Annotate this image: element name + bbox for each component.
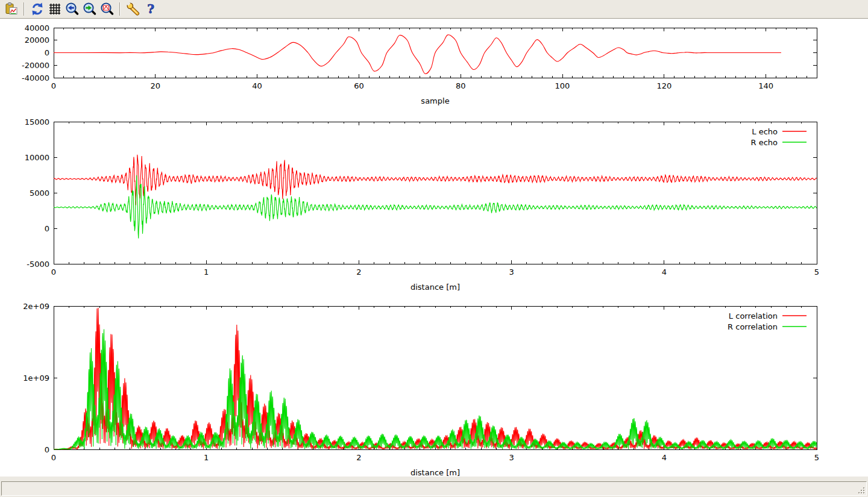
zoom-autoscale-icon <box>100 2 115 16</box>
resize-grip-icon[interactable] <box>858 487 866 495</box>
gnuplot-canvas[interactable]: 020406080100120140-40000-200000200004000… <box>0 19 868 477</box>
x-tick-label: 0 <box>51 267 56 277</box>
zoom-previous-icon <box>65 2 80 16</box>
toggle-grid-button[interactable] <box>46 1 63 17</box>
status-bar <box>0 477 868 497</box>
series-group <box>54 155 817 239</box>
y-tick-label: 0 <box>45 445 49 454</box>
x-tick-label: 60 <box>354 81 364 90</box>
plot-area: 020406080100120140-40000-200000200004000… <box>0 19 868 477</box>
y-tick-label: -40000 <box>22 73 49 83</box>
ticks <box>54 306 817 449</box>
x-tick-label: 140 <box>758 81 773 90</box>
y-tick-label: 5000 <box>30 189 49 198</box>
next-zoom-button[interactable] <box>81 1 98 17</box>
x-tick-label: 4 <box>662 267 667 277</box>
axis-xlabel: distance [m] <box>410 468 460 477</box>
x-tick-label: 0 <box>51 81 56 90</box>
ticks <box>54 122 817 264</box>
configure-button[interactable] <box>125 1 141 17</box>
series-path-r-correlation <box>54 330 817 450</box>
grid-icon <box>48 2 62 16</box>
legend-label: L correlation <box>729 311 778 320</box>
plot-frame <box>54 306 817 449</box>
autoscale-button[interactable] <box>99 1 115 17</box>
legend: L echoR echo <box>750 127 807 147</box>
legend-label: R correlation <box>728 322 778 331</box>
plot-3: 01234501e+092e+09distance [m]L correlati… <box>23 302 819 478</box>
y-tick-label: 0 <box>45 48 49 57</box>
svg-text:?: ? <box>147 2 154 16</box>
zoom-next-icon <box>83 2 97 16</box>
legend-label: L echo <box>752 127 778 136</box>
x-tick-label: 40 <box>252 81 262 90</box>
series-path-l-correlation <box>54 308 817 449</box>
legend: L correlationR correlation <box>728 311 807 331</box>
x-tick-label: 80 <box>456 81 466 90</box>
series-group <box>54 308 817 449</box>
x-tick-label: 0 <box>51 453 56 462</box>
x-tick-label: 1 <box>204 453 209 462</box>
y-tick-label: 20000 <box>25 36 49 45</box>
plot-frame <box>54 122 817 264</box>
series-path-r-echo <box>54 175 817 239</box>
x-tick-label: 2 <box>356 267 361 277</box>
refresh-icon <box>30 2 45 16</box>
y-tick-label: 10000 <box>25 153 49 162</box>
x-tick-label: 1 <box>204 267 209 277</box>
legend-label: R echo <box>750 138 778 147</box>
toolbar: ? <box>0 0 868 19</box>
y-tick-label: 1e+09 <box>23 374 49 383</box>
x-tick-label: 100 <box>555 81 570 90</box>
plot-2: 012345-5000050001000015000distance [m]L … <box>25 117 820 292</box>
y-tick-label: 15000 <box>25 117 49 127</box>
x-tick-label: 5 <box>814 267 819 277</box>
x-tick-label: 2 <box>356 453 361 462</box>
toolbar-separator <box>24 2 25 16</box>
series-group <box>54 35 781 74</box>
axis-xlabel: sample <box>421 96 449 105</box>
y-tick-label: -20000 <box>22 61 49 70</box>
y-tick-label: 2e+09 <box>23 302 49 311</box>
x-tick-label: 3 <box>509 453 514 462</box>
plot-1: 020406080100120140-40000-200000200004000… <box>22 23 817 106</box>
clipboard-chart-icon <box>4 2 19 16</box>
series-path-chirp <box>54 35 781 74</box>
y-tick-label: -5000 <box>27 260 49 269</box>
x-tick-label: 20 <box>151 81 161 90</box>
y-tick-label: 0 <box>45 224 49 233</box>
axis-xlabel: distance [m] <box>410 283 460 292</box>
previous-zoom-button[interactable] <box>64 1 80 17</box>
x-tick-label: 120 <box>656 81 671 90</box>
y-tick-label: 40000 <box>25 23 49 33</box>
replot-button[interactable] <box>29 1 45 17</box>
series-path-l-echo <box>54 155 817 205</box>
status-message <box>1 481 867 496</box>
x-tick-label: 3 <box>509 267 514 277</box>
x-tick-label: 4 <box>662 453 667 462</box>
toolbar-separator <box>119 2 121 16</box>
wrench-icon <box>126 2 140 16</box>
help-button[interactable]: ? <box>142 1 159 17</box>
x-tick-label: 5 <box>814 453 819 462</box>
help-icon: ? <box>143 2 158 16</box>
copy-to-clipboard-button[interactable] <box>3 1 19 17</box>
